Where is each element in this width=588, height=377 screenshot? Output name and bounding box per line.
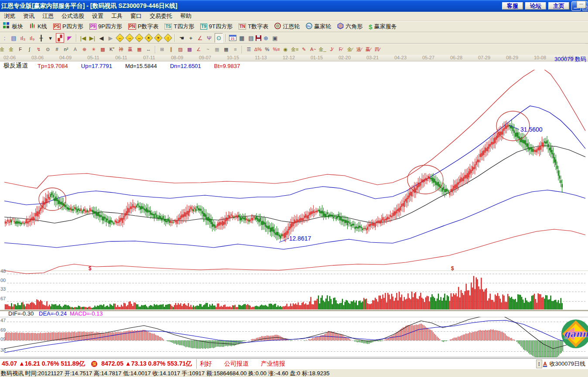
color-chart-icon[interactable]: ◤: [66, 34, 73, 42]
save-icon[interactable]: [256, 35, 261, 41]
draw-tool-icon[interactable]: ☰: [245, 45, 253, 54]
menu-item[interactable]: 公式选股: [58, 12, 88, 20]
pn-button[interactable]: PNP数字表: [125, 22, 162, 31]
calendar-icon[interactable]: 21: [229, 35, 236, 41]
draw-tool-icon[interactable]: 速∕: [356, 45, 363, 54]
draw-tool-icon[interactable]: ∥: [168, 45, 175, 54]
draw-tool-icon[interactable]: J∕: [328, 45, 335, 54]
draw-tool-icon[interactable]: F: [17, 45, 24, 54]
draw-tool-icon[interactable]: K″: [108, 45, 116, 54]
draw-tool-icon[interactable]: ✎: [300, 45, 308, 54]
draw-tool-icon[interactable]: n²: [62, 45, 70, 54]
menu-item[interactable]: 浏览: [0, 12, 19, 20]
news-link[interactable]: 公司报道: [224, 360, 249, 367]
network-icon[interactable]: ⊕: [262, 34, 270, 42]
draw-tool-icon[interactable]: %≡: [273, 45, 280, 54]
pan-left-icon[interactable]: ←: [116, 34, 124, 42]
draw-tool-icon[interactable]: ▦: [136, 45, 143, 54]
draw-tool-icon[interactable]: %: [263, 45, 271, 54]
draw-tool-icon[interactable]: 赢: [126, 45, 134, 54]
menu-item[interactable]: 交易委托: [146, 12, 176, 20]
first-bar-icon[interactable]: |◀: [79, 34, 87, 42]
crosshair-icon[interactable]: +: [187, 34, 195, 42]
kline-button[interactable]: K线: [26, 22, 50, 31]
chart-9-icon[interactable]: ıl₉: [28, 34, 36, 42]
gann-tool-icon[interactable]: Ψ: [205, 34, 213, 42]
draw-tool-icon[interactable]: ▩: [186, 45, 193, 54]
draw-tool-icon[interactable]: ▦: [222, 45, 230, 54]
t9-button[interactable]: T99T四方形: [197, 22, 236, 31]
maze-icon[interactable]: ʘ: [215, 33, 223, 43]
ticker-spinner[interactable]: ▲▼: [536, 360, 542, 368]
calculator-icon[interactable]: ▦: [238, 34, 246, 42]
draw-tool-icon[interactable]: ∠: [195, 45, 202, 54]
pan-right-icon[interactable]: →: [125, 34, 134, 42]
gann-wheel-button[interactable]: 江恩轮: [271, 22, 303, 31]
last-bar-icon[interactable]: ▶|: [89, 34, 96, 42]
tn-button[interactable]: TNT数字表: [236, 22, 271, 31]
header-button[interactable]: 论坛: [525, 2, 546, 10]
draw-tool-icon[interactable]: 金∕: [346, 45, 354, 54]
draw-tool-icon[interactable]: ▦: [213, 45, 221, 54]
draw-tool-icon[interactable]: ⊕: [81, 45, 88, 54]
ts-button[interactable]: TST四方形: [161, 22, 197, 31]
draw-tool-icon[interactable]: ▨: [177, 45, 184, 54]
draw-tool-icon[interactable]: ✳: [90, 45, 97, 54]
draw-tool-icon[interactable]: ≡: [232, 45, 239, 54]
child-minimize-button[interactable]: —: [577, 1, 586, 8]
draw-tool-icon[interactable]: A~: [309, 45, 317, 54]
quote-list-icon[interactable]: ▤: [10, 34, 17, 42]
draw-tool-icon[interactable]: ∆%: [254, 45, 262, 54]
zoom-vertical-icon[interactable]: ↕: [164, 34, 172, 42]
menu-item[interactable]: 江恩: [38, 12, 58, 20]
news-link[interactable]: 产业情报: [261, 360, 285, 367]
draw-tool-icon[interactable]: #: [53, 45, 61, 54]
draw-tool-icon[interactable]: ↔: [145, 45, 152, 54]
draw-tool-icon[interactable]: 四∕: [374, 45, 381, 54]
ps-button[interactable]: PSP四方形: [50, 22, 86, 31]
hexagon-button[interactable]: 六角形: [334, 22, 366, 31]
hand-icon[interactable]: ☚: [178, 34, 185, 42]
draw-tool-icon[interactable]: F∕: [337, 45, 345, 54]
header-button[interactable]: 主页: [548, 2, 569, 10]
draw-tool-icon[interactable]: ~: [204, 45, 212, 54]
draw-tool-icon[interactable]: ⊞: [158, 45, 166, 54]
zoom-horizontal-icon[interactable]: ↔: [135, 34, 144, 42]
blocks-button[interactable]: 板块: [0, 22, 26, 31]
angle-tool-icon[interactable]: ∠: [196, 34, 204, 42]
draw-tool-icon[interactable]: 神: [117, 45, 125, 54]
dropdown-caret-icon[interactable]: ▾: [47, 34, 54, 42]
next-bar-icon[interactable]: ▶: [107, 34, 114, 42]
menu-item[interactable]: 窗口: [126, 12, 146, 20]
news-link[interactable]: 利好: [200, 360, 212, 367]
star-icon[interactable]: ✳: [154, 34, 163, 42]
draw-tool-icon[interactable]: 金: [7, 45, 15, 54]
collapse-icon[interactable]: ×: [144, 34, 153, 42]
kline-chart-canvas[interactable]: 4800336747690938DIF=-0.30DEA=-0.24MACD=-…: [0, 70, 588, 357]
candle-type-icon[interactable]: ╂: [38, 34, 45, 42]
draw-tool-icon[interactable]: A: [72, 45, 79, 54]
menu-item[interactable]: 设置: [88, 12, 107, 20]
p9-button[interactable]: P99P四方形: [86, 22, 125, 31]
menu-item[interactable]: 帮助: [176, 12, 195, 20]
draw-tool-icon[interactable]: ↯: [35, 45, 42, 54]
print-icon[interactable]: ▣: [271, 34, 279, 42]
draw-tool-icon[interactable]: 金_: [318, 45, 326, 54]
prev-bar-icon[interactable]: ◀: [98, 34, 105, 42]
menu-item[interactable]: 工具: [107, 12, 126, 20]
winner-wheel-button[interactable]: Big赢家轮: [303, 22, 334, 31]
notes-icon[interactable]: ▤: [247, 34, 255, 42]
draw-tool-icon[interactable]: 金: [0, 45, 6, 54]
menu-item[interactable]: 资讯: [19, 12, 38, 20]
winner-service-button[interactable]: $赢家服务: [366, 22, 400, 31]
draw-tool-icon[interactable]: 赢∕: [365, 45, 372, 54]
draw-tool-icon[interactable]: ◉: [282, 45, 289, 54]
header-button[interactable]: 客服: [502, 2, 523, 10]
clipped-panel-icon[interactable]: :: [1, 34, 8, 42]
draw-tool-icon[interactable]: ʃ: [26, 45, 33, 54]
draw-tool-icon[interactable]: ⊙: [44, 45, 51, 54]
pattern-icon[interactable]: ▞: [56, 33, 64, 43]
draw-tool-icon[interactable]: 金≡: [291, 45, 298, 54]
draw-tool-icon[interactable]: ▩: [99, 45, 106, 54]
chart-3-icon[interactable]: ıl₃: [19, 34, 27, 42]
